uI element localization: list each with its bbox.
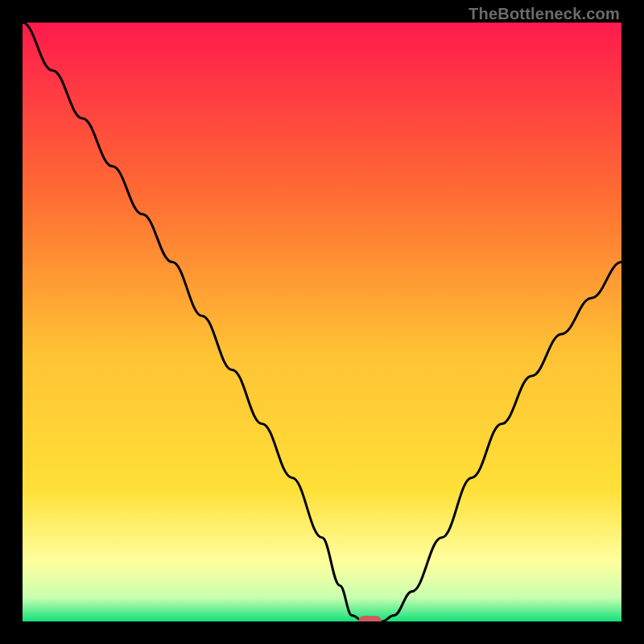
chart-container: TheBottleneck.com xyxy=(0,0,644,644)
plot-area xyxy=(23,23,621,621)
minimum-marker xyxy=(358,616,382,621)
watermark-text: TheBottleneck.com xyxy=(469,5,620,23)
bottleneck-curve xyxy=(23,23,621,621)
